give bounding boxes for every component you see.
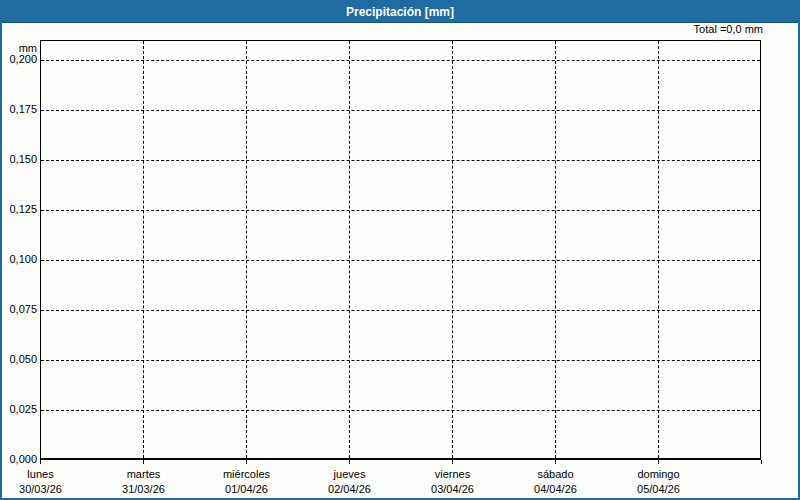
- x-axis-label: jueves02/04/26: [298, 467, 401, 497]
- x-axis-label: sábado04/04/26: [504, 467, 607, 497]
- horizontal-gridline: [41, 260, 760, 261]
- x-axis-tick: [143, 460, 144, 464]
- x-date-label: 05/04/26: [607, 482, 710, 497]
- y-tick-label: 0,000: [2, 453, 37, 466]
- horizontal-gridline: [41, 310, 760, 311]
- vertical-gridline: [452, 41, 453, 458]
- x-axis-label: viernes03/04/26: [401, 467, 504, 497]
- y-tick-label: 0,100: [2, 253, 37, 266]
- horizontal-gridline: [41, 410, 760, 411]
- y-tick-label: 0,075: [2, 303, 37, 316]
- x-day-label: domingo: [607, 467, 710, 482]
- x-date-label: 30/03/26: [0, 482, 92, 497]
- x-axis-label: domingo05/04/26: [607, 467, 710, 497]
- x-day-label: lunes: [0, 467, 92, 482]
- chart-title: Precipitación [mm]: [346, 5, 454, 19]
- x-axis-tick: [555, 460, 556, 464]
- x-axis-tick: [246, 460, 247, 464]
- x-day-label: viernes: [401, 467, 504, 482]
- y-tick-label: 0,150: [2, 153, 37, 166]
- vertical-gridline: [246, 41, 247, 458]
- x-axis-tick: [40, 460, 41, 464]
- vertical-gridline: [349, 41, 350, 458]
- x-axis-tick: [761, 460, 762, 464]
- y-tick-label: 0,200: [2, 53, 37, 66]
- x-date-label: 31/03/26: [92, 482, 195, 497]
- horizontal-gridline: [41, 60, 760, 61]
- vertical-gridline: [658, 41, 659, 458]
- horizontal-gridline: [41, 160, 760, 161]
- x-axis-label: martes31/03/26: [92, 467, 195, 497]
- y-tick-label: 0,025: [2, 403, 37, 416]
- precipitation-chart-window: Precipitación [mm] Total =0,0 mm mm 0,20…: [0, 0, 800, 500]
- vertical-gridline: [143, 41, 144, 458]
- y-tick-label: 0,175: [2, 103, 37, 116]
- horizontal-gridline: [41, 210, 760, 211]
- x-day-label: sábado: [504, 467, 607, 482]
- plot-area: [40, 40, 761, 460]
- y-tick-label: 0,050: [2, 353, 37, 366]
- x-date-label: 04/04/26: [504, 482, 607, 497]
- x-axis-label: miércoles01/04/26: [195, 467, 298, 497]
- x-day-label: martes: [92, 467, 195, 482]
- chart-title-bar: Precipitación [mm]: [2, 2, 798, 23]
- x-date-label: 01/04/26: [195, 482, 298, 497]
- x-axis-tick: [658, 460, 659, 464]
- horizontal-gridline: [41, 110, 760, 111]
- horizontal-gridline: [41, 360, 760, 361]
- vertical-gridline: [555, 41, 556, 458]
- x-axis-tick: [452, 460, 453, 464]
- x-date-label: 02/04/26: [298, 482, 401, 497]
- y-tick-label: 0,125: [2, 203, 37, 216]
- x-axis-tick: [349, 460, 350, 464]
- x-axis-label: lunes30/03/26: [0, 467, 92, 497]
- total-value-label: Total =0,0 mm: [694, 23, 763, 35]
- x-date-label: 03/04/26: [401, 482, 504, 497]
- x-day-label: jueves: [298, 467, 401, 482]
- x-day-label: miércoles: [195, 467, 298, 482]
